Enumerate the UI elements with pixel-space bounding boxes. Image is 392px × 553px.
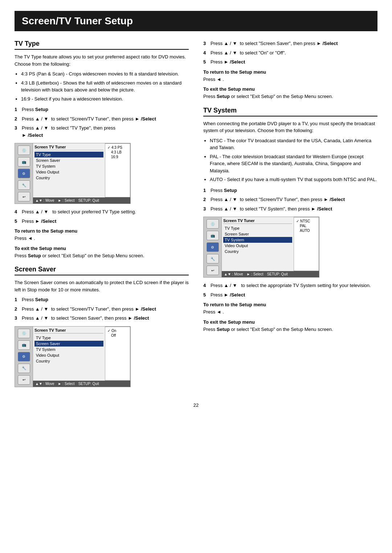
menu-row-tvtype: TV Type bbox=[34, 152, 103, 157]
ss-cont-step-5: 5 Press ► /Select bbox=[203, 58, 377, 66]
tvs-sidebar-icon-disc: 💿 bbox=[207, 219, 219, 229]
ss-option-off: Off bbox=[107, 333, 128, 338]
list-item: 16:9 - Select if you have a widescreen t… bbox=[21, 95, 189, 103]
ss-menu-title: Screen TV Tuner bbox=[34, 328, 103, 333]
step-2: 2 Press ▲ / ▼ to select "Screen/TV Tuner… bbox=[15, 115, 189, 123]
ss-exit-title: To exit the Setup menu bbox=[203, 86, 377, 92]
menu-row-videooutput: Video Output bbox=[34, 169, 103, 175]
step-3: 3 Press ▲ / ▼ to select "TV Type", then … bbox=[15, 124, 189, 139]
ss-menu-main-content: Screen TV Tuner TV Type Screen Saver TV … bbox=[33, 327, 105, 381]
ss-menu-row-tvsystem: TV System bbox=[34, 347, 103, 352]
tvs-option-pal: PAL bbox=[295, 224, 317, 228]
ss-return-title: To return to the Setup menu bbox=[203, 69, 377, 75]
sidebar-icon-disc: 💿 bbox=[18, 146, 30, 155]
exit-setup: To exit the Setup menu Press Setup or se… bbox=[15, 246, 189, 259]
screen-saver-steps: 1 Press Setup 2 Press ▲ / ▼ to select "S… bbox=[15, 296, 189, 322]
sidebar-icon-settings: ⚙ bbox=[18, 169, 30, 178]
ss-menu-sidebar: 💿 📺 ⚙ 🔧 ↩ bbox=[15, 327, 33, 387]
ss-menu-bottom-bar: ▲▼ : Move► : SelectSETUP: Quit bbox=[33, 381, 130, 387]
list-item: NTSC - The color TV broadcast standard f… bbox=[210, 137, 377, 151]
menu-sidebar: 💿 📺 ⚙ 🔧 ↩ bbox=[15, 143, 33, 204]
tvs-step-5: 5 Press ► /Select bbox=[203, 291, 377, 299]
tvs-menu-sidebar: 💿 📺 ⚙ 🔧 ↩ bbox=[204, 217, 222, 277]
tvs-return-to-setup: To return to the Setup menu Press ◄ . bbox=[203, 302, 377, 316]
ss-step-3: 3 Press ▲ / ▼ to select "Screen Saver", … bbox=[15, 315, 189, 322]
tvs-menu-title: Screen TV Tuner bbox=[223, 218, 292, 224]
tvs-sidebar-icon-audio: 🔧 bbox=[207, 254, 219, 263]
tvs-exit-text: Press Setup or select "Exit Setup" on th… bbox=[203, 326, 377, 333]
tv-type-options: 4:3 PS (Pan & Scan) - Crops widescreen m… bbox=[21, 70, 189, 102]
right-column: 3 Press ▲ / ▼ to select "Screen Saver", … bbox=[203, 40, 377, 392]
menu-options-panel: 4:3 PS 4:3 LB 16:9 bbox=[105, 143, 130, 197]
left-column: TV Type The TV Type feature allows you t… bbox=[15, 40, 189, 392]
ss-menu-row-country: Country bbox=[34, 358, 103, 364]
tvs-menu-main-content: Screen TV Tuner TV Type Screen Saver TV … bbox=[222, 217, 294, 271]
tvs-return-text: Press ◄ . bbox=[203, 308, 377, 316]
ss-sidebar-icon-audio: 🔧 bbox=[18, 364, 30, 373]
tvs-sidebar-icon-tv: 📺 bbox=[207, 231, 219, 240]
option-43lb: 4:3 LB bbox=[107, 150, 128, 155]
menu-row-country: Country bbox=[34, 175, 103, 181]
ss-return-to-setup: To return to the Setup menu Press ◄ . bbox=[203, 69, 377, 83]
tvs-sidebar-icon-return: ↩ bbox=[207, 266, 219, 275]
ss-step-1: 1 Press Setup bbox=[15, 296, 189, 303]
sidebar-icon-return: ↩ bbox=[18, 192, 30, 201]
tvs-exit-title: To exit the Setup menu bbox=[203, 319, 377, 325]
sidebar-icon-audio: 🔧 bbox=[18, 180, 30, 190]
screen-saver-title: Screen Saver bbox=[15, 266, 189, 275]
tvs-menu-row-tvtype: TV Type bbox=[223, 225, 292, 231]
menu-row-screensaver: Screen Saver bbox=[34, 157, 103, 163]
page-header: Screen/TV Tuner Setup bbox=[15, 11, 377, 31]
tv-system-options: NTSC - The color TV broadcast standard f… bbox=[210, 137, 377, 183]
tv-system-section: TV System When connecting the portable D… bbox=[203, 107, 377, 333]
tv-type-title: TV Type bbox=[15, 40, 189, 50]
menu-bottom-bar: ▲▼ : Move► : SelectSETUP: Quit bbox=[33, 197, 130, 204]
step-1: 1 Press Setup bbox=[15, 106, 189, 113]
page-title: Screen/TV Tuner Setup bbox=[22, 15, 370, 27]
ss-sidebar-icon-return: ↩ bbox=[18, 375, 30, 385]
tv-system-description: When connecting the portable DVD player … bbox=[203, 120, 377, 134]
sidebar-icon-tv: 📺 bbox=[18, 157, 30, 167]
ss-sidebar-icon-disc: 💿 bbox=[18, 329, 30, 338]
tvs-exit-setup: To exit the Setup menu Press Setup or se… bbox=[203, 319, 377, 333]
tvs-menu-row-tvsystem: TV System bbox=[223, 237, 292, 243]
ss-menu-options-panel: On Off bbox=[105, 327, 130, 381]
exit-text: Press Setup or select "Exit Setup" on th… bbox=[15, 252, 189, 259]
tv-system-menu-box: 💿 📺 ⚙ 🔧 ↩ Screen TV Tuner TV Type Screen… bbox=[203, 217, 319, 278]
list-item: AUTO - Select if you have a multi-system… bbox=[210, 176, 377, 183]
exit-title: To exit the Setup menu bbox=[15, 246, 189, 251]
ss-menu-row-videooutput: Video Output bbox=[34, 352, 103, 358]
tv-type-description: The TV Type feature allows you to set yo… bbox=[15, 53, 189, 67]
tvs-menu-row-screensaver: Screen Saver bbox=[223, 231, 292, 237]
ss-menu-row-tvtype: TV Type bbox=[34, 335, 103, 341]
tv-type-menu-box: 💿 📺 ⚙ 🔧 ↩ Screen TV Tuner TV Type Screen… bbox=[15, 143, 131, 204]
tv-system-title: TV System bbox=[203, 107, 377, 116]
tvs-step-3: 3 Press ▲ / ▼ to select "TV System", the… bbox=[203, 205, 377, 213]
ss-option-on: On bbox=[107, 328, 128, 333]
screen-saver-section: Screen Saver The Screen Saver comes on a… bbox=[15, 266, 189, 387]
option-169: 16:9 bbox=[107, 155, 128, 159]
ss-exit-text: Press Setup or select "Exit Setup" on th… bbox=[203, 93, 377, 100]
tvs-menu-options-panel: NTSC PAL AUTO bbox=[294, 217, 319, 271]
ss-sidebar-icon-tv: 📺 bbox=[18, 340, 30, 350]
screen-saver-description: The Screen Saver comes on automatically … bbox=[15, 279, 189, 293]
list-item: 4:3 LB (Letterbox) - Shows the full widt… bbox=[21, 79, 189, 94]
ss-cont-step-3: 3 Press ▲ / ▼ to select "Screen Saver", … bbox=[203, 40, 377, 47]
ss-exit-setup: To exit the Setup menu Press Setup or se… bbox=[203, 86, 377, 100]
ss-step-2: 2 Press ▲ / ▼ to select "Screen/TV Tuner… bbox=[15, 306, 189, 313]
tvs-menu-row-country: Country bbox=[223, 249, 292, 254]
tvs-step-1: 1 Press Setup bbox=[203, 187, 377, 194]
menu-row-tvsystem: TV System bbox=[34, 163, 103, 169]
tv-type-section: TV Type The TV Type feature allows you t… bbox=[15, 40, 189, 259]
option-43ps: 4:3 PS bbox=[107, 145, 128, 150]
ss-cont-step-4: 4 Press ▲ / ▼ to select "On" or "Off". bbox=[203, 49, 377, 57]
tvs-option-auto: AUTO bbox=[295, 228, 317, 233]
tvs-sidebar-icon-settings: ⚙ bbox=[207, 242, 219, 252]
tvs-menu-row-videooutput: Video Output bbox=[223, 243, 292, 249]
menu-title: Screen TV Tuner bbox=[34, 145, 103, 150]
ss-menu-row-screensaver: Screen Saver bbox=[34, 341, 103, 347]
return-title: To return to the Setup menu bbox=[15, 228, 189, 234]
tvs-step-4: 4 Press ▲ / ▼ to select the appropriate … bbox=[203, 282, 377, 289]
menu-main-content: Screen TV Tuner TV Type Screen Saver TV … bbox=[33, 143, 105, 197]
return-to-setup: To return to the Setup menu Press ◄ . bbox=[15, 228, 189, 242]
